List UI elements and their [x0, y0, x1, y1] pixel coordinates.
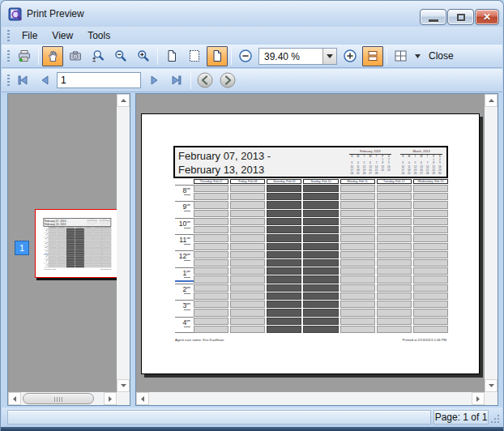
chevron-down-icon	[327, 54, 333, 58]
scroll-left-button[interactable]	[136, 392, 149, 405]
window-bottom-edge	[1, 427, 503, 431]
previous-page-icon	[39, 74, 52, 87]
preview-vertical-scrollbar[interactable]	[485, 94, 498, 392]
toolbar-grip[interactable]	[7, 50, 10, 62]
menubar-grip[interactable]	[7, 30, 10, 41]
scroll-down-button[interactable]	[485, 379, 498, 392]
arrow-left-icon	[141, 396, 144, 402]
minimize-button[interactable]	[420, 9, 446, 25]
navigation-toolbar	[2, 69, 502, 92]
thumbnails-panel: 1 February 07, 2013 -February 13, 2013 F…	[7, 93, 130, 406]
title-bar: Print Preview ✕	[1, 1, 503, 27]
scroll-down-button[interactable]	[117, 379, 130, 392]
page-header-box: February 07, 2013 -February 13, 2013 Feb…	[173, 146, 448, 178]
first-page-button[interactable]	[12, 70, 33, 91]
scroll-up-button[interactable]	[485, 94, 498, 107]
date-range-title: February 07, 2013 -February 13, 2013	[178, 149, 271, 177]
arrow-left-icon	[13, 396, 16, 402]
scroll-right-button[interactable]	[472, 392, 485, 405]
scroll-up-button[interactable]	[117, 94, 130, 107]
multi-page-button[interactable]	[391, 46, 412, 66]
zoom-in-button[interactable]	[133, 46, 154, 66]
toolbar-grip[interactable]	[7, 75, 10, 86]
status-page-info: Page: 1 of 1	[434, 410, 489, 425]
preview-page: February 07, 2013 -February 13, 2013 Feb…	[141, 113, 480, 374]
last-page-icon	[170, 74, 183, 87]
page-thumbnail[interactable]: February 07, 2013 -February 13, 2013 Feb…	[35, 209, 118, 278]
fit-margins-button[interactable]	[184, 46, 205, 66]
page-number-input[interactable]	[57, 72, 141, 88]
split-view-button[interactable]	[362, 46, 383, 66]
fit-margins-icon	[188, 49, 201, 62]
window-title: Print Preview	[27, 8, 84, 19]
multi-page-icon	[394, 49, 408, 62]
next-view-button[interactable]	[217, 70, 238, 91]
main-toolbar: 39.40 %	[2, 45, 502, 68]
zoom-in-icon	[137, 49, 150, 62]
pan-hand-icon	[46, 49, 59, 62]
zoom-plus-icon	[343, 49, 357, 63]
status-bar: Page: 1 of 1	[2, 408, 502, 427]
thumbnails-vertical-scrollbar[interactable]	[117, 94, 130, 392]
zoom-decrease-button[interactable]	[235, 46, 256, 66]
zoom-increase-button[interactable]	[340, 46, 361, 66]
close-preview-button[interactable]: Close	[422, 47, 460, 65]
last-page-button[interactable]	[166, 70, 187, 91]
mini-calendar-february: February, 2013SMTWTFS1234567891011121314…	[347, 150, 394, 176]
separator	[387, 48, 387, 65]
fit-whole-page-button[interactable]	[207, 46, 228, 66]
multi-page-dropdown[interactable]	[412, 46, 422, 66]
fit-whole-page-icon	[211, 49, 224, 62]
print-preview-window: Print Preview ✕ File View Tools	[0, 0, 504, 431]
zoom-out-icon	[114, 49, 127, 62]
zoom-value: 39.40 %	[264, 51, 300, 62]
separator	[157, 48, 158, 65]
arrow-up-icon	[121, 99, 126, 102]
page-number-badge: 1	[15, 241, 29, 255]
menu-file[interactable]: File	[15, 28, 45, 44]
arrow-right-icon	[109, 396, 112, 402]
chevron-down-icon	[415, 54, 421, 58]
maximize-button[interactable]	[447, 9, 474, 25]
zoom-dynamic-button[interactable]	[88, 46, 109, 66]
arrow-up-icon	[489, 99, 494, 102]
close-button[interactable]: ✕	[475, 9, 499, 25]
snapshot-button[interactable]	[65, 46, 86, 66]
separator	[231, 48, 232, 65]
zoom-out-button[interactable]	[110, 46, 131, 66]
snapshot-camera-icon	[69, 49, 82, 62]
thumbnails-horizontal-scrollbar[interactable]	[8, 392, 117, 405]
hours-gutter: 8am9am10am11am12pm1pm2pm3pm4pm	[175, 185, 194, 333]
fit-page-button[interactable]	[161, 46, 182, 66]
arrow-down-icon	[489, 384, 494, 387]
preview-panel: February 07, 2013 -February 13, 2013 Feb…	[135, 93, 498, 406]
previous-view-icon	[196, 71, 214, 89]
resize-grip[interactable]	[490, 414, 500, 424]
previous-page-button[interactable]	[35, 70, 56, 91]
arrow-right-icon	[476, 396, 480, 402]
scroll-left-button[interactable]	[8, 392, 21, 405]
first-page-icon	[16, 74, 29, 87]
scroll-right-button[interactable]	[104, 392, 117, 405]
arrow-down-icon	[121, 384, 126, 387]
scrollbar-thumb[interactable]	[23, 393, 94, 404]
mini-calendar-march: March, 2013SMTWTFS1234567891011121314151…	[398, 150, 445, 176]
next-page-icon	[147, 74, 160, 87]
page-footer-right: Printed at 2/13/2013 1:06 PM	[403, 338, 446, 342]
zoom-dynamic-icon	[92, 49, 105, 62]
page-thumbnail-image: February 07, 2013 -February 13, 2013 Feb…	[36, 210, 118, 278]
app-icon	[8, 7, 23, 22]
preview-horizontal-scrollbar[interactable]	[136, 392, 485, 405]
print-icon	[18, 49, 31, 62]
menu-tools[interactable]: Tools	[80, 28, 117, 44]
separator	[190, 72, 191, 89]
zoom-combobox[interactable]: 39.40 %	[258, 48, 337, 65]
zoom-dropdown-button[interactable]	[322, 49, 336, 64]
pan-hand-button[interactable]	[42, 46, 63, 66]
split-view-icon	[366, 49, 379, 62]
print-button[interactable]	[14, 46, 35, 66]
status-message-area	[7, 410, 431, 425]
menu-view[interactable]: View	[45, 28, 80, 44]
previous-view-button[interactable]	[194, 70, 216, 91]
next-page-button[interactable]	[143, 70, 164, 91]
